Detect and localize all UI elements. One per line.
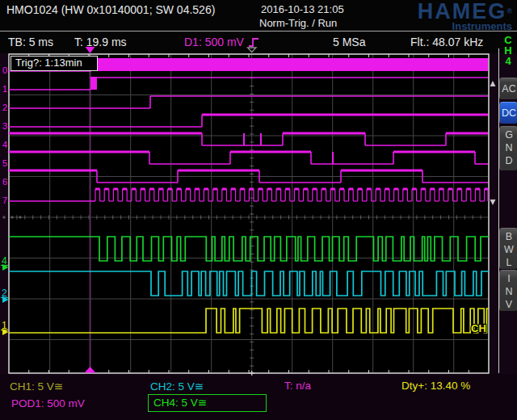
time-reference-marker	[248, 48, 257, 52]
ch-overlay-label: CH	[471, 322, 486, 334]
pod-scroll-down-icon[interactable]	[490, 200, 496, 205]
svg-text:4: 4	[2, 140, 7, 149]
sidebar-button-bwl[interactable]: BWL	[499, 228, 517, 269]
svg-text:2: 2	[2, 103, 7, 112]
svg-text:0: 0	[2, 65, 7, 75]
svg-text:6: 6	[2, 177, 7, 187]
sidebar-channel-label: CH4	[499, 35, 517, 66]
trigger-position-marker-top[interactable]	[86, 47, 95, 53]
svg-text:3: 3	[2, 121, 7, 131]
sidebar-button-gnd[interactable]: GND	[499, 126, 517, 170]
sidebar-button-inv[interactable]: INV	[499, 270, 517, 311]
trigger-warning-box: Trig?: 1:13min	[11, 56, 98, 71]
svg-text:7: 7	[2, 195, 7, 205]
svg-text:5: 5	[2, 158, 7, 168]
svg-text:1: 1	[2, 84, 7, 94]
oscilloscope-screen: 01234567421CH HMO1024 (HW 0x10140001; SW…	[0, 0, 517, 420]
pod-scroll-up-icon[interactable]	[490, 81, 496, 86]
sidebar-button-dc[interactable]: DC	[499, 102, 517, 124]
sidebar-button-ac[interactable]: AC	[499, 78, 517, 99]
trigger-warning-text: Trig?: 1:13min	[15, 57, 82, 69]
